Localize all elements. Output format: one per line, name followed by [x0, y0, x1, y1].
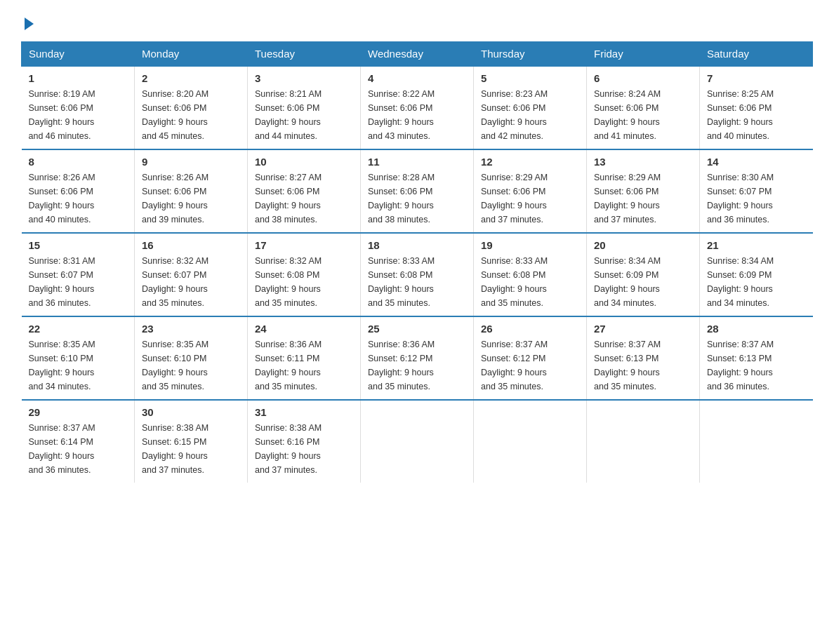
- day-info: Sunrise: 8:28 AM Sunset: 6:06 PM Dayligh…: [368, 170, 466, 227]
- day-cell: 17 Sunrise: 8:32 AM Sunset: 6:08 PM Dayl…: [248, 233, 361, 316]
- day-number: 27: [594, 323, 692, 335]
- day-number: 24: [255, 323, 353, 335]
- day-info: Sunrise: 8:38 AM Sunset: 6:16 PM Dayligh…: [255, 421, 353, 477]
- day-cell: [587, 400, 700, 483]
- day-cell: 5 Sunrise: 8:23 AM Sunset: 6:06 PM Dayli…: [474, 66, 587, 149]
- day-info: Sunrise: 8:37 AM Sunset: 6:13 PM Dayligh…: [707, 337, 806, 394]
- day-cell: 20 Sunrise: 8:34 AM Sunset: 6:09 PM Dayl…: [587, 233, 700, 316]
- day-info: Sunrise: 8:26 AM Sunset: 6:06 PM Dayligh…: [29, 170, 128, 227]
- header-cell-friday: Friday: [587, 42, 700, 67]
- day-info: Sunrise: 8:22 AM Sunset: 6:06 PM Dayligh…: [368, 87, 466, 143]
- day-cell: 15 Sunrise: 8:31 AM Sunset: 6:07 PM Dayl…: [22, 233, 135, 316]
- day-number: 14: [707, 156, 806, 168]
- day-cell: [474, 400, 587, 483]
- day-cell: 12 Sunrise: 8:29 AM Sunset: 6:06 PM Dayl…: [474, 149, 587, 233]
- day-info: Sunrise: 8:38 AM Sunset: 6:15 PM Dayligh…: [142, 421, 240, 477]
- header-cell-sunday: Sunday: [22, 42, 135, 67]
- day-cell: 9 Sunrise: 8:26 AM Sunset: 6:06 PM Dayli…: [135, 149, 248, 233]
- day-number: 17: [255, 239, 353, 251]
- day-number: 28: [707, 323, 806, 335]
- calendar-table: SundayMondayTuesdayWednesdayThursdayFrid…: [21, 41, 813, 483]
- week-row-3: 15 Sunrise: 8:31 AM Sunset: 6:07 PM Dayl…: [22, 233, 813, 316]
- day-number: 26: [481, 323, 579, 335]
- day-number: 2: [142, 72, 240, 84]
- day-info: Sunrise: 8:23 AM Sunset: 6:06 PM Dayligh…: [481, 87, 579, 143]
- day-info: Sunrise: 8:29 AM Sunset: 6:06 PM Dayligh…: [594, 170, 692, 227]
- day-cell: 14 Sunrise: 8:30 AM Sunset: 6:07 PM Dayl…: [700, 149, 813, 233]
- day-info: Sunrise: 8:35 AM Sunset: 6:10 PM Dayligh…: [142, 337, 240, 394]
- week-row-2: 8 Sunrise: 8:26 AM Sunset: 6:06 PM Dayli…: [22, 149, 813, 233]
- day-cell: 4 Sunrise: 8:22 AM Sunset: 6:06 PM Dayli…: [361, 66, 474, 149]
- day-info: Sunrise: 8:36 AM Sunset: 6:11 PM Dayligh…: [255, 337, 353, 394]
- day-cell: 19 Sunrise: 8:33 AM Sunset: 6:08 PM Dayl…: [474, 233, 587, 316]
- week-row-1: 1 Sunrise: 8:19 AM Sunset: 6:06 PM Dayli…: [22, 66, 813, 149]
- day-info: Sunrise: 8:37 AM Sunset: 6:14 PM Dayligh…: [29, 421, 128, 477]
- day-number: 29: [29, 406, 128, 418]
- day-info: Sunrise: 8:33 AM Sunset: 6:08 PM Dayligh…: [481, 254, 579, 310]
- day-number: 4: [368, 72, 466, 84]
- week-row-4: 22 Sunrise: 8:35 AM Sunset: 6:10 PM Dayl…: [22, 316, 813, 400]
- day-cell: 16 Sunrise: 8:32 AM Sunset: 6:07 PM Dayl…: [135, 233, 248, 316]
- day-number: 31: [255, 406, 353, 418]
- day-cell: 24 Sunrise: 8:36 AM Sunset: 6:11 PM Dayl…: [248, 316, 361, 400]
- day-info: Sunrise: 8:34 AM Sunset: 6:09 PM Dayligh…: [707, 254, 806, 310]
- day-info: Sunrise: 8:36 AM Sunset: 6:12 PM Dayligh…: [368, 337, 466, 394]
- day-cell: 7 Sunrise: 8:25 AM Sunset: 6:06 PM Dayli…: [700, 66, 813, 149]
- day-info: Sunrise: 8:30 AM Sunset: 6:07 PM Dayligh…: [707, 170, 806, 227]
- day-cell: 1 Sunrise: 8:19 AM Sunset: 6:06 PM Dayli…: [22, 66, 135, 149]
- day-cell: 10 Sunrise: 8:27 AM Sunset: 6:06 PM Dayl…: [248, 149, 361, 233]
- day-cell: 23 Sunrise: 8:35 AM Sunset: 6:10 PM Dayl…: [135, 316, 248, 400]
- page-header: [21, 14, 813, 27]
- day-cell: 2 Sunrise: 8:20 AM Sunset: 6:06 PM Dayli…: [135, 66, 248, 149]
- day-number: 11: [368, 156, 466, 168]
- day-info: Sunrise: 8:33 AM Sunset: 6:08 PM Dayligh…: [368, 254, 466, 310]
- day-number: 12: [481, 156, 579, 168]
- day-cell: 27 Sunrise: 8:37 AM Sunset: 6:13 PM Dayl…: [587, 316, 700, 400]
- header-cell-monday: Monday: [135, 42, 248, 67]
- header-cell-wednesday: Wednesday: [361, 42, 474, 67]
- day-info: Sunrise: 8:20 AM Sunset: 6:06 PM Dayligh…: [142, 87, 240, 143]
- day-number: 25: [368, 323, 466, 335]
- day-info: Sunrise: 8:32 AM Sunset: 6:08 PM Dayligh…: [255, 254, 353, 310]
- day-info: Sunrise: 8:24 AM Sunset: 6:06 PM Dayligh…: [594, 87, 692, 143]
- day-cell: 28 Sunrise: 8:37 AM Sunset: 6:13 PM Dayl…: [700, 316, 813, 400]
- day-number: 16: [142, 239, 240, 251]
- day-number: 20: [594, 239, 692, 251]
- day-cell: 30 Sunrise: 8:38 AM Sunset: 6:15 PM Dayl…: [135, 400, 248, 483]
- day-cell: 22 Sunrise: 8:35 AM Sunset: 6:10 PM Dayl…: [22, 316, 135, 400]
- day-info: Sunrise: 8:37 AM Sunset: 6:13 PM Dayligh…: [594, 337, 692, 394]
- day-number: 19: [481, 239, 579, 251]
- day-info: Sunrise: 8:35 AM Sunset: 6:10 PM Dayligh…: [29, 337, 128, 394]
- day-number: 21: [707, 239, 806, 251]
- day-cell: [700, 400, 813, 483]
- day-info: Sunrise: 8:34 AM Sunset: 6:09 PM Dayligh…: [594, 254, 692, 310]
- header-cell-thursday: Thursday: [474, 42, 587, 67]
- day-number: 9: [142, 156, 240, 168]
- calendar-header: SundayMondayTuesdayWednesdayThursdayFrid…: [22, 42, 813, 67]
- day-info: Sunrise: 8:26 AM Sunset: 6:06 PM Dayligh…: [142, 170, 240, 227]
- day-number: 3: [255, 72, 353, 84]
- day-number: 13: [594, 156, 692, 168]
- day-number: 18: [368, 239, 466, 251]
- day-cell: 3 Sunrise: 8:21 AM Sunset: 6:06 PM Dayli…: [248, 66, 361, 149]
- day-number: 1: [29, 72, 128, 84]
- day-cell: 8 Sunrise: 8:26 AM Sunset: 6:06 PM Dayli…: [22, 149, 135, 233]
- day-cell: 29 Sunrise: 8:37 AM Sunset: 6:14 PM Dayl…: [22, 400, 135, 483]
- header-cell-saturday: Saturday: [700, 42, 813, 67]
- day-number: 6: [594, 72, 692, 84]
- day-number: 15: [29, 239, 128, 251]
- day-cell: 26 Sunrise: 8:37 AM Sunset: 6:12 PM Dayl…: [474, 316, 587, 400]
- day-number: 10: [255, 156, 353, 168]
- day-info: Sunrise: 8:32 AM Sunset: 6:07 PM Dayligh…: [142, 254, 240, 310]
- day-number: 5: [481, 72, 579, 84]
- day-cell: 6 Sunrise: 8:24 AM Sunset: 6:06 PM Dayli…: [587, 66, 700, 149]
- header-row: SundayMondayTuesdayWednesdayThursdayFrid…: [22, 42, 813, 67]
- day-info: Sunrise: 8:19 AM Sunset: 6:06 PM Dayligh…: [29, 87, 128, 143]
- day-number: 23: [142, 323, 240, 335]
- day-cell: 21 Sunrise: 8:34 AM Sunset: 6:09 PM Dayl…: [700, 233, 813, 316]
- logo: [21, 14, 34, 27]
- day-number: 8: [29, 156, 128, 168]
- day-number: 22: [29, 323, 128, 335]
- day-number: 30: [142, 406, 240, 418]
- day-info: Sunrise: 8:29 AM Sunset: 6:06 PM Dayligh…: [481, 170, 579, 227]
